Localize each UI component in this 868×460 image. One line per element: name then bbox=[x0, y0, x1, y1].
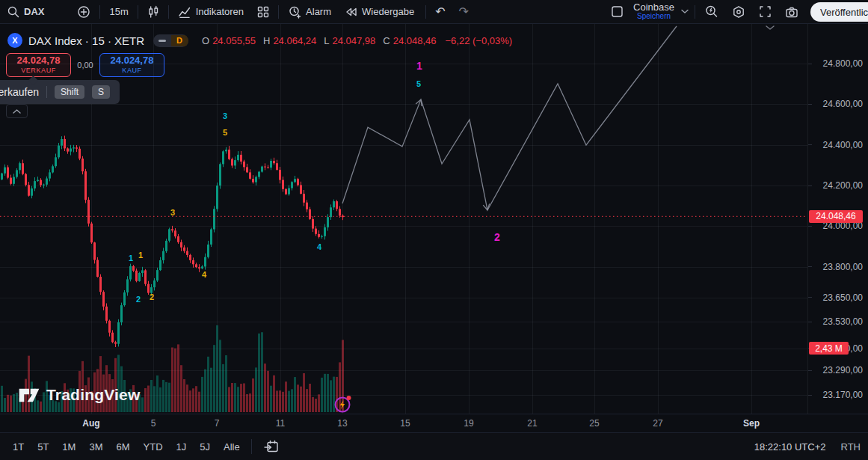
range-button-3m[interactable]: 3M bbox=[84, 439, 108, 455]
compare-add-button[interactable] bbox=[70, 2, 97, 22]
undo-button[interactable]: ↶ bbox=[428, 2, 452, 22]
market-status-icon[interactable] bbox=[333, 394, 353, 414]
sell-tooltip: Verkaufen Shift S bbox=[0, 80, 120, 104]
redo-button[interactable]: ↷ bbox=[452, 2, 475, 22]
range-button-1t[interactable]: 1T bbox=[7, 439, 29, 455]
time-axis-label: Aug bbox=[75, 418, 108, 429]
session-badge[interactable]: RTH bbox=[841, 441, 861, 453]
price-axis-tick bbox=[808, 322, 812, 322]
buy-button[interactable]: 24.024,78 KAUF bbox=[99, 53, 164, 77]
candles-icon bbox=[147, 5, 159, 19]
clock[interactable]: 18:22:10 UTC+2 bbox=[754, 441, 826, 453]
price-axis-label: 24.200,00 bbox=[823, 180, 863, 191]
tooltip-divider bbox=[46, 86, 47, 98]
goto-date-icon bbox=[264, 440, 279, 453]
buy-label: KAUF bbox=[122, 66, 141, 76]
date-range-switcher: 1T5T1M3M6MYTD1J5JAlle bbox=[7, 439, 245, 455]
grid-lines bbox=[0, 24, 807, 414]
elliott-projection-line[interactable] bbox=[342, 26, 677, 210]
time-axis-label: 19 bbox=[452, 418, 485, 429]
elliott-wave-label[interactable]: 1 bbox=[138, 249, 143, 261]
symbol-title[interactable]: DAX Index · 15 · XETR bbox=[28, 34, 144, 47]
price-axis-label: 23.530,00 bbox=[823, 316, 863, 328]
flag-countdown-pill[interactable]: D bbox=[153, 34, 188, 47]
sell-button[interactable]: 24.024,78 VERKAUF bbox=[6, 53, 71, 77]
elliott-wave-label[interactable]: 1 bbox=[416, 60, 422, 72]
price-axis-tick bbox=[808, 104, 812, 105]
close-label: C bbox=[383, 35, 390, 46]
sell-price: 24.024,78 bbox=[17, 55, 61, 65]
indicator-templates-button[interactable] bbox=[250, 2, 276, 22]
range-button-5t[interactable]: 5T bbox=[32, 439, 54, 455]
elliott-wave-label[interactable]: 4 bbox=[202, 269, 206, 280]
time-axis-label: 13 bbox=[326, 418, 359, 429]
elliott-wave-label[interactable]: 1 bbox=[129, 252, 133, 264]
collapse-toolbar-button[interactable] bbox=[6, 104, 28, 118]
search-lightning-icon bbox=[704, 4, 718, 19]
trade-panel: 24.024,78 VERKAUF 0,00 24.024,78 KAUF bbox=[6, 53, 164, 77]
settings-button[interactable] bbox=[725, 2, 752, 22]
symbol-logo[interactable]: X bbox=[7, 33, 22, 48]
goto-date-button[interactable] bbox=[258, 440, 285, 453]
alarm-button[interactable]: Alarm bbox=[281, 2, 338, 22]
price-axis-tick bbox=[808, 144, 812, 145]
price-axis-label: 23.170,00 bbox=[823, 389, 863, 401]
time-axis-label: 21 bbox=[516, 418, 549, 429]
range-button-5j[interactable]: 5J bbox=[194, 439, 215, 455]
elliott-wave-label[interactable]: 4 bbox=[317, 241, 321, 253]
tradingview-logo-icon bbox=[18, 386, 40, 404]
range-button-1m[interactable]: 1M bbox=[57, 439, 81, 455]
quick-search-button[interactable] bbox=[698, 2, 725, 22]
time-axis-label: 11 bbox=[264, 418, 297, 429]
layout-menu[interactable]: Coinbase Speichern bbox=[630, 3, 677, 21]
tradingview-app: 353112244152 X DAX Index · 15 · XETR D O… bbox=[0, 0, 868, 460]
range-button-ytd[interactable]: YTD bbox=[138, 439, 168, 455]
daily-countdown-badge: D bbox=[171, 35, 188, 46]
camera-icon bbox=[785, 6, 798, 18]
time-axis[interactable]: Aug5711131519212527Sep bbox=[0, 414, 868, 432]
elliott-wave-label[interactable]: 3 bbox=[223, 110, 227, 122]
elliott-wave-label[interactable]: 2 bbox=[150, 291, 154, 303]
minus-icon bbox=[158, 40, 166, 42]
high-label: H bbox=[263, 35, 270, 46]
price-axis-tick bbox=[808, 370, 812, 371]
chevron-down-icon[interactable] bbox=[766, 25, 775, 31]
layout-dropdown-button[interactable] bbox=[677, 2, 692, 22]
snapshot-button[interactable] bbox=[778, 2, 805, 22]
chart-pane[interactable] bbox=[0, 24, 868, 414]
tooltip-text: Verkaufen bbox=[0, 86, 39, 98]
time-axis-label: 5 bbox=[137, 418, 170, 429]
replay-button[interactable]: Wiedergabe bbox=[338, 2, 421, 22]
indicators-button[interactable]: Indikatoren bbox=[171, 2, 250, 22]
chart-style-button[interactable] bbox=[141, 2, 166, 22]
range-button-6m[interactable]: 6M bbox=[111, 439, 135, 455]
elliott-wave-label[interactable]: 2 bbox=[494, 231, 500, 243]
time-axis-label: 7 bbox=[200, 418, 233, 429]
candles bbox=[1, 136, 344, 348]
redo-icon: ↷ bbox=[459, 4, 469, 19]
publish-button[interactable]: Veröffentlichen bbox=[810, 2, 868, 22]
symbol-search-button[interactable]: DAX bbox=[0, 2, 51, 22]
elliott-wave-label[interactable]: 5 bbox=[416, 78, 421, 90]
price-axis-label: 24.800,00 bbox=[823, 58, 863, 70]
watchlist-panel-button[interactable] bbox=[604, 2, 630, 22]
range-button-1j[interactable]: 1J bbox=[171, 439, 192, 455]
alarm-clock-icon bbox=[288, 5, 301, 19]
elliott-wave-label[interactable]: 2 bbox=[136, 293, 141, 305]
layout-name: Coinbase bbox=[633, 3, 674, 12]
price-axis[interactable]: 24.800,0024.600,0024.400,0024.200,0024.0… bbox=[807, 24, 868, 414]
elliott-wave-label[interactable]: 3 bbox=[170, 206, 175, 218]
time-axis-label: 15 bbox=[389, 418, 422, 429]
elliott-wave-label[interactable]: 5 bbox=[223, 126, 227, 138]
fullscreen-button[interactable] bbox=[752, 2, 778, 22]
interval-button[interactable]: 15m bbox=[102, 2, 135, 22]
low-label: L bbox=[324, 35, 329, 46]
tradingview-logo[interactable]: TradingView bbox=[18, 386, 141, 404]
save-layout-label: Speichern bbox=[637, 12, 671, 21]
chart-region: 353112244152 X DAX Index · 15 · XETR D O… bbox=[0, 0, 868, 460]
tradingview-logo-text: TradingView bbox=[46, 386, 141, 404]
high-value: 24.064,24 bbox=[273, 35, 316, 46]
range-button-alle[interactable]: Alle bbox=[218, 439, 245, 455]
change-value: −6,22 (−0,03%) bbox=[446, 35, 513, 46]
buy-price: 24.024,78 bbox=[111, 55, 154, 65]
